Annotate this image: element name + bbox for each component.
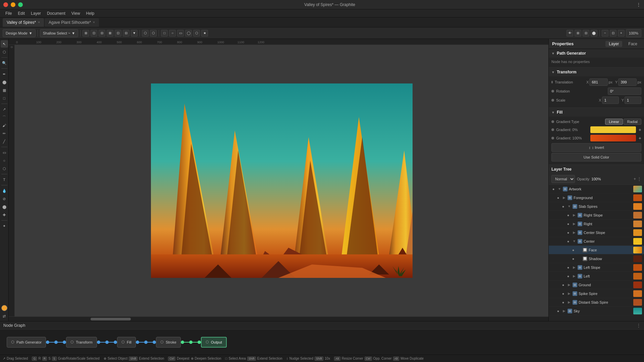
- node-tool[interactable]: ⬡: [1, 48, 8, 56]
- layer-rightslope-expand[interactable]: ▶: [572, 213, 576, 217]
- layer-ground-expand[interactable]: ▶: [567, 283, 571, 287]
- zoom-tool[interactable]: 🔍: [1, 59, 8, 67]
- display-btn[interactable]: ⊞: [575, 30, 581, 37]
- layer-distantslabspire-vis[interactable]: ●: [560, 300, 566, 305]
- swap-colors[interactable]: ⇄: [1, 312, 8, 320]
- layer-foreground-vis[interactable]: ●: [555, 195, 561, 200]
- use-solid-color-button[interactable]: Use Solid Color: [551, 153, 641, 162]
- star-btn[interactable]: ★: [201, 30, 208, 37]
- scale-y-input[interactable]: [625, 97, 641, 104]
- layer-shadow[interactable]: ● ⬜ Shadow: [549, 254, 644, 263]
- align-center-btn[interactable]: ⊡: [91, 30, 97, 37]
- layer-leftslope-expand[interactable]: ▶: [572, 265, 576, 269]
- layer-more-btn[interactable]: ⋮: [637, 177, 641, 181]
- scrollbar-thumb-h[interactable]: [91, 318, 131, 320]
- translation-y-input[interactable]: [618, 78, 637, 86]
- fill-header[interactable]: ▼ Fill: [549, 108, 644, 117]
- design-mode-btn[interactable]: Design Mode ▼: [3, 29, 36, 37]
- distribute-btn[interactable]: ▼: [131, 30, 138, 37]
- blend-mode-select[interactable]: Normal: [551, 175, 575, 183]
- menu-layer[interactable]: Layer: [28, 10, 44, 16]
- eraser-tool[interactable]: ⊘: [1, 195, 8, 202]
- snap-btn[interactable]: ⊟: [583, 30, 589, 37]
- layer-leftslope[interactable]: ● ▶ ▤ Left Slope: [549, 263, 644, 272]
- layer-center[interactable]: ● ▼ ▤ Center: [549, 237, 644, 246]
- pen-tool[interactable]: ✒: [1, 70, 8, 78]
- layer-artwork-vis[interactable]: ●: [551, 186, 556, 192]
- canvas-area[interactable]: [15, 45, 548, 316]
- layer-distantslabspire-expand[interactable]: ▶: [567, 300, 571, 304]
- layer-spikespire[interactable]: ● ▶ ▤ Spike Spire: [549, 289, 644, 298]
- transform-header[interactable]: ▼ Transform: [549, 68, 644, 76]
- blur-tool[interactable]: ⬤: [1, 203, 8, 210]
- rotation-input[interactable]: [608, 87, 641, 95]
- path-generator-header[interactable]: ▼ Path Generator: [549, 49, 644, 58]
- layer-foreground-expand[interactable]: ▶: [562, 196, 566, 199]
- layer-center-vis[interactable]: ●: [566, 239, 571, 244]
- scale-x-input[interactable]: [602, 97, 619, 104]
- gradient-100-swatch[interactable]: [590, 135, 636, 141]
- tab-valley[interactable]: Valley of Spires* ×: [3, 18, 44, 27]
- layer-spikespire-expand[interactable]: ▶: [567, 292, 571, 295]
- poly-btn[interactable]: ⬡: [193, 30, 200, 37]
- rect-tool[interactable]: ▭: [1, 149, 8, 156]
- scrollbar-horizontal[interactable]: [9, 316, 548, 321]
- linear-btn[interactable]: Linear: [605, 119, 623, 125]
- layer-ground[interactable]: ● ▶ ▤ Ground: [549, 281, 644, 289]
- heal-tool[interactable]: ✚: [1, 211, 8, 219]
- layer-ground-vis[interactable]: ●: [560, 282, 566, 288]
- layer-shadow-vis[interactable]: ●: [571, 256, 576, 261]
- layer-right-vis[interactable]: ●: [566, 221, 571, 227]
- artwork-canvas[interactable]: [151, 83, 413, 278]
- brush-tool[interactable]: 🖌: [1, 122, 8, 129]
- layer-centerslope-expand[interactable]: ▶: [572, 231, 576, 234]
- layer-left-vis[interactable]: ●: [566, 274, 571, 279]
- shape-tool[interactable]: □: [1, 95, 8, 102]
- menu-document[interactable]: Document: [44, 10, 68, 16]
- layer-rightslope[interactable]: ● ▶ ▤ Right Slope: [549, 211, 644, 220]
- foreground-color[interactable]: [1, 305, 7, 311]
- layer-center-expand[interactable]: ▼: [572, 239, 576, 243]
- node-graph-more[interactable]: ⋮: [637, 323, 641, 328]
- circle-btn[interactable]: ○: [169, 30, 176, 37]
- layer-rightslope-vis[interactable]: ●: [566, 213, 571, 218]
- layer-sky-expand[interactable]: ▶: [562, 309, 566, 313]
- rect-btn[interactable]: ▭: [177, 30, 184, 37]
- node-stroke[interactable]: ⬡ Stroke: [156, 337, 181, 348]
- oval-btn[interactable]: ◯: [185, 30, 192, 37]
- text-tool[interactable]: T: [1, 176, 8, 183]
- layer-slabspires[interactable]: ● ▼ ▤ Slab Spires: [549, 202, 644, 211]
- tab-agave-close[interactable]: ×: [93, 20, 95, 24]
- layer-face[interactable]: ● ⬜ Face: [549, 246, 644, 254]
- layer-left[interactable]: ● ▶ ▤ Left: [549, 272, 644, 281]
- panel-tab-layer[interactable]: Layer: [605, 41, 622, 47]
- align-top-btn[interactable]: ⊠: [107, 30, 113, 37]
- layer-centerslope[interactable]: ● ▶ ▤ Center Slope: [549, 228, 644, 237]
- node-fill[interactable]: ⬡ Fill: [117, 337, 136, 348]
- light-tool[interactable]: ✦: [1, 222, 8, 230]
- menu-view[interactable]: View: [69, 10, 83, 16]
- layer-slabspires-expand[interactable]: ▼: [567, 204, 571, 208]
- layer-slabspires-vis[interactable]: ●: [560, 204, 566, 209]
- align-bottom-btn[interactable]: ⊟: [123, 30, 129, 37]
- minimize-button[interactable]: [11, 2, 15, 7]
- radial-btn[interactable]: Radial: [624, 119, 641, 125]
- menu-help[interactable]: Help: [84, 10, 97, 16]
- select-tool[interactable]: ↖: [1, 40, 8, 48]
- layer-sky-vis[interactable]: ●: [555, 308, 561, 314]
- panel-tab-face[interactable]: Face: [625, 41, 641, 47]
- eyedropper-tool[interactable]: 💧: [1, 187, 8, 194]
- gradient-tool[interactable]: ▦: [1, 86, 8, 94]
- layer-right[interactable]: ● ▶ ▤ Right: [549, 220, 644, 228]
- layer-new-btn[interactable]: +: [634, 177, 636, 181]
- square-btn[interactable]: □: [161, 30, 168, 37]
- align-left-btn[interactable]: ⊞: [83, 30, 89, 37]
- ellipse-tool[interactable]: ○: [1, 157, 8, 164]
- maximize-button[interactable]: [18, 2, 23, 7]
- line-tool[interactable]: ╱: [1, 138, 8, 145]
- layer-centerslope-vis[interactable]: ●: [566, 230, 571, 235]
- view-btn[interactable]: 👁: [567, 30, 573, 37]
- menu-edit[interactable]: Edit: [15, 10, 28, 16]
- bezier-tool[interactable]: ⌒: [1, 114, 8, 121]
- layer-spikespire-vis[interactable]: ●: [560, 291, 566, 296]
